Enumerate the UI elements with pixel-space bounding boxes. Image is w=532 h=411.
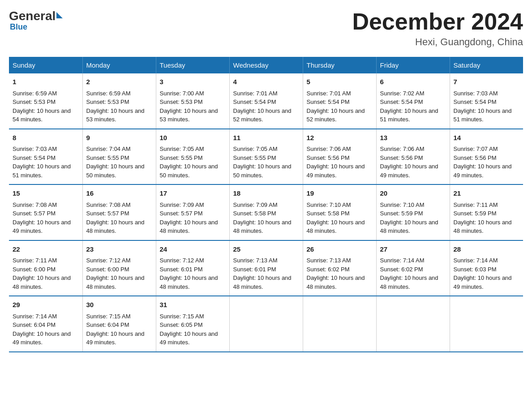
calendar-cell: 24 Sunrise: 7:12 AMSunset: 6:01 PMDaylig…	[156, 240, 229, 296]
day-info: Sunrise: 7:10 AMSunset: 5:58 PMDaylight:…	[307, 201, 365, 235]
calendar-cell: 10 Sunrise: 7:05 AMSunset: 5:55 PMDaylig…	[156, 129, 229, 185]
calendar-cell: 12 Sunrise: 7:06 AMSunset: 5:56 PMDaylig…	[303, 129, 376, 185]
calendar-cell	[303, 296, 376, 352]
logo: General Blue	[9, 9, 63, 32]
col-saturday: Saturday	[450, 57, 523, 73]
calendar-cell: 16 Sunrise: 7:08 AMSunset: 5:57 PMDaylig…	[82, 184, 156, 240]
calendar-cell: 13 Sunrise: 7:06 AMSunset: 5:56 PMDaylig…	[376, 129, 450, 185]
day-number: 29	[13, 300, 79, 310]
logo-triangle-icon	[56, 12, 63, 18]
day-info: Sunrise: 7:06 AMSunset: 5:56 PMDaylight:…	[307, 146, 365, 179]
day-info: Sunrise: 7:14 AMSunset: 6:02 PMDaylight:…	[380, 257, 438, 290]
day-info: Sunrise: 7:09 AMSunset: 5:58 PMDaylight:…	[233, 201, 292, 235]
calendar-cell: 25 Sunrise: 7:13 AMSunset: 6:01 PMDaylig…	[229, 240, 303, 296]
calendar-cell	[376, 296, 450, 352]
calendar-header-row: Sunday Monday Tuesday Wednesday Thursday…	[9, 57, 523, 73]
day-number: 26	[307, 244, 373, 255]
day-info: Sunrise: 7:04 AMSunset: 5:55 PMDaylight:…	[86, 146, 145, 179]
day-info: Sunrise: 7:01 AMSunset: 5:54 PMDaylight:…	[307, 90, 365, 123]
col-sunday: Sunday	[9, 57, 82, 73]
day-number: 17	[160, 188, 226, 199]
week-row-4: 22 Sunrise: 7:11 AMSunset: 6:00 PMDaylig…	[9, 240, 523, 296]
location-subtitle: Hexi, Guangdong, China	[352, 36, 523, 48]
day-info: Sunrise: 7:13 AMSunset: 6:02 PMDaylight:…	[307, 257, 365, 290]
day-info: Sunrise: 7:14 AMSunset: 6:03 PMDaylight:…	[454, 257, 512, 290]
day-number: 31	[160, 300, 226, 310]
day-number: 30	[86, 300, 152, 310]
logo-blue-text: Blue	[10, 22, 27, 32]
calendar-cell: 22 Sunrise: 7:11 AMSunset: 6:00 PMDaylig…	[9, 240, 82, 296]
day-number: 13	[380, 133, 446, 143]
day-number: 6	[380, 77, 446, 87]
day-number: 8	[13, 133, 79, 143]
calendar-cell: 11 Sunrise: 7:05 AMSunset: 5:55 PMDaylig…	[229, 129, 303, 185]
calendar-cell: 1 Sunrise: 6:59 AMSunset: 5:53 PMDayligh…	[9, 73, 82, 129]
calendar-cell	[450, 296, 523, 352]
day-info: Sunrise: 7:03 AMSunset: 5:54 PMDaylight:…	[13, 146, 71, 179]
calendar-cell: 18 Sunrise: 7:09 AMSunset: 5:58 PMDaylig…	[229, 184, 303, 240]
day-info: Sunrise: 7:00 AMSunset: 5:53 PMDaylight:…	[160, 90, 218, 123]
day-number: 4	[233, 77, 299, 87]
calendar-cell: 6 Sunrise: 7:02 AMSunset: 5:54 PMDayligh…	[376, 73, 450, 129]
day-info: Sunrise: 7:13 AMSunset: 6:01 PMDaylight:…	[233, 257, 292, 290]
day-info: Sunrise: 7:14 AMSunset: 6:04 PMDaylight:…	[13, 313, 71, 346]
day-info: Sunrise: 7:08 AMSunset: 5:57 PMDaylight:…	[86, 201, 145, 235]
day-info: Sunrise: 7:02 AMSunset: 5:54 PMDaylight:…	[380, 90, 438, 123]
day-info: Sunrise: 7:03 AMSunset: 5:54 PMDaylight:…	[454, 90, 512, 123]
col-monday: Monday	[82, 57, 156, 73]
day-number: 28	[454, 244, 520, 255]
calendar-cell: 14 Sunrise: 7:07 AMSunset: 5:56 PMDaylig…	[450, 129, 523, 185]
col-wednesday: Wednesday	[229, 57, 303, 73]
day-number: 23	[86, 244, 152, 255]
day-number: 5	[307, 77, 373, 87]
calendar-cell: 19 Sunrise: 7:10 AMSunset: 5:58 PMDaylig…	[303, 184, 376, 240]
calendar-cell: 20 Sunrise: 7:10 AMSunset: 5:59 PMDaylig…	[376, 184, 450, 240]
col-tuesday: Tuesday	[156, 57, 229, 73]
calendar-cell: 27 Sunrise: 7:14 AMSunset: 6:02 PMDaylig…	[376, 240, 450, 296]
week-row-2: 8 Sunrise: 7:03 AMSunset: 5:54 PMDayligh…	[9, 129, 523, 185]
calendar-cell: 5 Sunrise: 7:01 AMSunset: 5:54 PMDayligh…	[303, 73, 376, 129]
day-number: 9	[86, 133, 152, 143]
col-thursday: Thursday	[303, 57, 376, 73]
day-info: Sunrise: 7:11 AMSunset: 5:59 PMDaylight:…	[454, 201, 512, 235]
day-number: 14	[454, 133, 520, 143]
day-number: 15	[13, 188, 79, 199]
week-row-1: 1 Sunrise: 6:59 AMSunset: 5:53 PMDayligh…	[9, 73, 523, 129]
day-info: Sunrise: 6:59 AMSunset: 5:53 PMDaylight:…	[86, 90, 145, 123]
day-number: 10	[160, 133, 226, 143]
day-number: 20	[380, 188, 446, 199]
day-info: Sunrise: 7:11 AMSunset: 6:00 PMDaylight:…	[13, 257, 71, 290]
day-number: 3	[160, 77, 226, 87]
calendar-table: Sunday Monday Tuesday Wednesday Thursday…	[9, 57, 523, 352]
day-number: 22	[13, 244, 79, 255]
day-info: Sunrise: 7:01 AMSunset: 5:54 PMDaylight:…	[233, 90, 292, 123]
day-info: Sunrise: 7:15 AMSunset: 6:05 PMDaylight:…	[160, 313, 218, 346]
day-number: 16	[86, 188, 152, 199]
calendar-cell: 23 Sunrise: 7:12 AMSunset: 6:00 PMDaylig…	[82, 240, 156, 296]
day-info: Sunrise: 7:12 AMSunset: 6:01 PMDaylight:…	[160, 257, 218, 290]
day-number: 19	[307, 188, 373, 199]
day-info: Sunrise: 7:15 AMSunset: 6:04 PMDaylight:…	[86, 313, 145, 346]
calendar-cell: 15 Sunrise: 7:08 AMSunset: 5:57 PMDaylig…	[9, 184, 82, 240]
calendar-cell: 17 Sunrise: 7:09 AMSunset: 5:57 PMDaylig…	[156, 184, 229, 240]
day-number: 25	[233, 244, 299, 255]
day-info: Sunrise: 7:09 AMSunset: 5:57 PMDaylight:…	[160, 201, 218, 235]
col-friday: Friday	[376, 57, 450, 73]
day-number: 11	[233, 133, 299, 143]
calendar-cell: 29 Sunrise: 7:14 AMSunset: 6:04 PMDaylig…	[9, 296, 82, 352]
calendar-cell: 3 Sunrise: 7:00 AMSunset: 5:53 PMDayligh…	[156, 73, 229, 129]
day-info: Sunrise: 7:12 AMSunset: 6:00 PMDaylight:…	[86, 257, 145, 290]
calendar-cell: 21 Sunrise: 7:11 AMSunset: 5:59 PMDaylig…	[450, 184, 523, 240]
day-info: Sunrise: 7:07 AMSunset: 5:56 PMDaylight:…	[454, 146, 512, 179]
day-info: Sunrise: 7:05 AMSunset: 5:55 PMDaylight:…	[160, 146, 218, 179]
calendar-cell: 28 Sunrise: 7:14 AMSunset: 6:03 PMDaylig…	[450, 240, 523, 296]
calendar-cell: 8 Sunrise: 7:03 AMSunset: 5:54 PMDayligh…	[9, 129, 82, 185]
day-number: 12	[307, 133, 373, 143]
week-row-5: 29 Sunrise: 7:14 AMSunset: 6:04 PMDaylig…	[9, 296, 523, 352]
calendar-cell: 4 Sunrise: 7:01 AMSunset: 5:54 PMDayligh…	[229, 73, 303, 129]
page-header: General Blue December 2024 Hexi, Guangdo…	[9, 9, 523, 48]
calendar-cell: 30 Sunrise: 7:15 AMSunset: 6:04 PMDaylig…	[82, 296, 156, 352]
day-number: 18	[233, 188, 299, 199]
day-info: Sunrise: 7:08 AMSunset: 5:57 PMDaylight:…	[13, 201, 71, 235]
day-number: 24	[160, 244, 226, 255]
